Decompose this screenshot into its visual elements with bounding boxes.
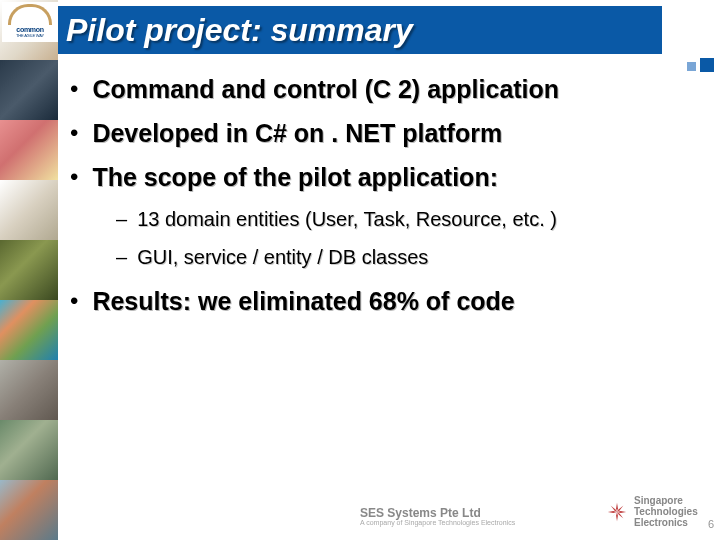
slide: common THE AGILE WAY Pilot project: summ… bbox=[0, 0, 720, 540]
svg-marker-3 bbox=[608, 511, 617, 513]
subbullet-2: – GUI, service / entity / DB classes bbox=[116, 244, 706, 270]
svg-marker-1 bbox=[617, 511, 626, 513]
bullet-1-text: Command and control (C 2) application bbox=[92, 74, 559, 104]
bullet-3-text: The scope of the pilot application: bbox=[92, 162, 498, 192]
footer: SES Systems Pte Ltd A company of Singapo… bbox=[58, 490, 720, 534]
strip-img-3 bbox=[0, 180, 58, 240]
logo-subtext: THE AGILE WAY bbox=[2, 33, 58, 38]
subbullet-1-text: 13 domain entities (User, Task, Resource… bbox=[137, 206, 557, 232]
strip-img-2 bbox=[0, 120, 58, 180]
bullet-3: • The scope of the pilot application: bbox=[70, 162, 706, 192]
bullet-4: • Results: we eliminated 68% of code bbox=[70, 286, 706, 316]
logo-swoosh-icon bbox=[8, 4, 52, 25]
bullet-2: • Developed in C# on . NET platform bbox=[70, 118, 706, 148]
svg-marker-2 bbox=[616, 512, 618, 521]
svg-marker-7 bbox=[611, 505, 617, 511]
strip-img-6 bbox=[0, 360, 58, 420]
bullet-dot-icon: • bbox=[70, 74, 78, 104]
bullet-dash-icon: – bbox=[116, 206, 127, 232]
corner-big-square bbox=[700, 58, 714, 72]
subbullet-2-text: GUI, service / entity / DB classes bbox=[137, 244, 428, 270]
bullet-1: • Command and control (C 2) application bbox=[70, 74, 706, 104]
logo-text: common bbox=[2, 26, 58, 33]
strip-img-1 bbox=[0, 60, 58, 120]
bullet-dash-icon: – bbox=[116, 244, 127, 270]
star-icon bbox=[606, 501, 628, 523]
bullet-4-text: Results: we eliminated 68% of code bbox=[92, 286, 514, 316]
bullet-2-text: Developed in C# on . NET platform bbox=[92, 118, 502, 148]
svg-marker-6 bbox=[611, 512, 617, 518]
page-number: 6 bbox=[708, 518, 714, 530]
company1-name: SES Systems Pte Ltd bbox=[360, 506, 515, 520]
content-area: • Command and control (C 2) application … bbox=[70, 74, 706, 330]
company1-sub: A company of Singapore Technologies Elec… bbox=[360, 519, 515, 526]
footer-company-1: SES Systems Pte Ltd A company of Singapo… bbox=[360, 506, 515, 526]
corner-accent-icon bbox=[670, 58, 714, 70]
strip-img-8 bbox=[0, 480, 58, 540]
svg-marker-0 bbox=[616, 502, 618, 511]
strip-img-4 bbox=[0, 240, 58, 300]
company2-line1: Singapore Technologies bbox=[634, 495, 720, 517]
svg-marker-5 bbox=[617, 512, 623, 518]
title-bar: Pilot project: summary bbox=[58, 6, 662, 54]
strip-img-5 bbox=[0, 300, 58, 360]
left-image-strip bbox=[0, 0, 58, 540]
bullet-dot-icon: • bbox=[70, 286, 78, 316]
slide-title: Pilot project: summary bbox=[66, 12, 413, 49]
footer-company-2: Singapore Technologies Electronics bbox=[606, 495, 720, 528]
strip-img-7 bbox=[0, 420, 58, 480]
bullet-dot-icon: • bbox=[70, 162, 78, 192]
corner-small-square bbox=[687, 62, 696, 71]
bullet-dot-icon: • bbox=[70, 118, 78, 148]
svg-marker-4 bbox=[617, 505, 623, 511]
logo: common THE AGILE WAY bbox=[2, 2, 58, 42]
subbullet-1: – 13 domain entities (User, Task, Resour… bbox=[116, 206, 706, 232]
